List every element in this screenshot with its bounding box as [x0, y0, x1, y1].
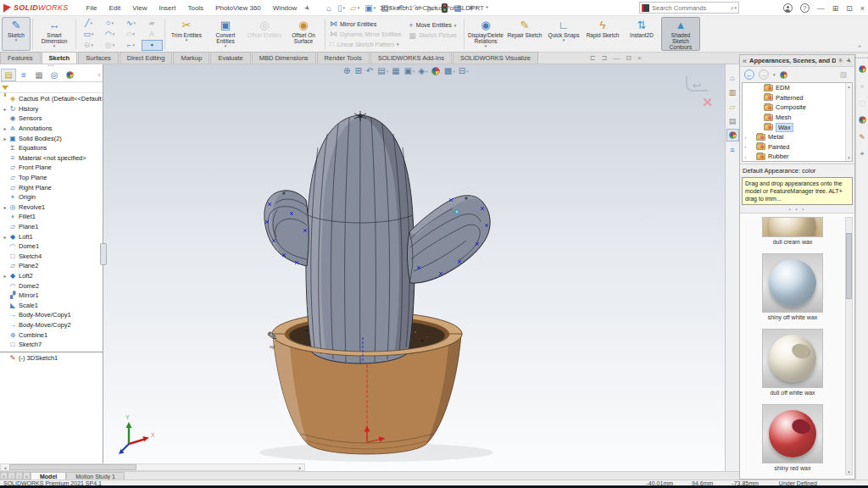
- feature-tree-item[interactable]: ◖ Fillet1: [0, 212, 103, 222]
- dynamic-mirror-item[interactable]: ⋈ Dynamic Mirror Entities: [327, 30, 406, 39]
- instant2d-button[interactable]: ⇅ Instant2D: [622, 17, 661, 51]
- rectangle-tool[interactable]: ▭ ▾: [78, 29, 99, 40]
- appearance-preview[interactable]: [762, 404, 823, 463]
- view-settings-icon[interactable]: ⊟ ▾: [459, 66, 469, 75]
- view-orientation-icon[interactable]: ▣ ▾: [404, 66, 415, 75]
- menu-item[interactable]: PhotoView 360: [209, 3, 267, 14]
- layout-icon[interactable]: ⊞: [832, 4, 839, 13]
- display-style-icon[interactable]: ◈ ▾: [419, 66, 428, 75]
- command-tab[interactable]: Render Tools: [317, 52, 370, 64]
- fillet-tool[interactable]: ⌐ ▾: [120, 40, 142, 51]
- sketch-button[interactable]: ✎ Sketch ▾: [2, 17, 31, 51]
- first-tab-icon[interactable]: «: [0, 472, 8, 480]
- feature-tree-item[interactable]: → Body-Move/Copy2: [0, 320, 103, 330]
- feature-tree-item[interactable]: ▸ ◆ Loft1: [0, 231, 103, 241]
- offset-entities-button[interactable]: ◎ Offset Entities: [245, 17, 284, 51]
- menu-item[interactable]: File: [81, 3, 103, 14]
- appearance-wheel-icon[interactable]: [780, 71, 787, 79]
- filter-icon[interactable]: [2, 86, 8, 90]
- back-icon[interactable]: ←: [744, 69, 754, 80]
- trim-entities-button[interactable]: ✂ Trim Entities ▾: [167, 17, 206, 51]
- linear-sketch-pattern-item[interactable]: ∷ Linear Sketch Pattern ▾: [327, 40, 406, 49]
- last-tab-icon[interactable]: »: [23, 472, 31, 480]
- rapid-sketch-button[interactable]: ϟ Rapid Sketch: [583, 17, 622, 51]
- command-tab[interactable]: SOLIDWORKS Visualize: [453, 52, 538, 64]
- prev-tab-icon[interactable]: ‹: [8, 472, 15, 480]
- home-icon[interactable]: ⌂: [324, 3, 335, 14]
- tab-featuremanager-tree[interactable]: ▤: [1, 69, 16, 81]
- feature-tree-item[interactable]: ▱ Top Plane: [0, 173, 103, 183]
- move-entities-item[interactable]: + Move Entities ▾: [406, 20, 462, 30]
- doc-restore-icon[interactable]: ⊡: [626, 54, 632, 62]
- tree-scrollbar[interactable]: ▴ ▾: [845, 83, 852, 161]
- appearance-category[interactable]: Mesh: [743, 113, 852, 123]
- open-icon[interactable]: ▱ ▾: [348, 3, 362, 14]
- feature-tree-item[interactable]: Σ Equations: [0, 143, 103, 153]
- feature-tree-item[interactable]: ▱ Right Plane: [0, 182, 103, 192]
- feature-tree-item[interactable]: ▞ Mirror1: [0, 291, 103, 301]
- edit-appearance-icon[interactable]: [431, 67, 441, 75]
- box-tool[interactable]: ▰: [142, 18, 163, 29]
- command-tab[interactable]: Features: [0, 52, 41, 64]
- command-tab[interactable]: SOLIDWORKS Add-Ins: [370, 52, 452, 64]
- tab-solidworks-resources[interactable]: ⌂: [726, 71, 739, 84]
- pane-options-icon[interactable]: ✳: [838, 57, 844, 64]
- pane-pin-icon[interactable]: ➤: [844, 56, 854, 65]
- feature-tree-item[interactable]: ◉ Sensors: [0, 114, 103, 124]
- decals-icon[interactable]: ▢: [856, 97, 868, 109]
- tab-file-explorer[interactable]: ▱: [726, 100, 739, 113]
- scroll-up-icon[interactable]: ▴: [848, 84, 850, 89]
- feature-tree-item[interactable]: ◣ Scale1: [0, 300, 103, 310]
- menu-item[interactable]: Edit: [103, 3, 126, 14]
- exit-sketch-icon[interactable]: ↩: [693, 80, 701, 92]
- expand-arrow-icon[interactable]: ▸: [2, 106, 8, 112]
- select-icon[interactable]: ▷ ▾: [425, 3, 439, 14]
- tab-propertymanager[interactable]: ≡: [16, 69, 31, 81]
- feature-tree-item[interactable]: ⌖ Origin: [0, 192, 103, 202]
- appearance-category[interactable]: Patterned: [743, 93, 852, 103]
- feature-tree-item[interactable]: ▸ A Annotations: [0, 124, 103, 134]
- mirror-entities-item[interactable]: ⋈ Mirror Entities: [327, 19, 406, 29]
- rail-grip[interactable]: ••••••: [855, 56, 868, 59]
- text-tool[interactable]: A: [142, 29, 163, 40]
- appearance-preview[interactable]: [762, 329, 823, 388]
- command-tab[interactable]: MBD Dimensions: [252, 52, 316, 64]
- circle-tool[interactable]: ○ ▾: [99, 18, 120, 29]
- slot-tool[interactable]: ⊖ ▾: [78, 40, 99, 51]
- redo-icon[interactable]: ↷ ▾: [409, 3, 425, 14]
- prev-document-icon[interactable]: ⊏: [590, 54, 596, 62]
- feature-tree-item[interactable]: ▸ ◆ Loft2: [0, 271, 103, 281]
- scrollbar-thumb[interactable]: [9, 464, 136, 470]
- command-tab[interactable]: Surfaces: [78, 52, 119, 64]
- feature-tree-item[interactable]: ▱ Plane1: [0, 222, 103, 232]
- conic-tool[interactable]: ◎ ▾: [99, 40, 120, 51]
- tab-appearances-scenes-decals[interactable]: [726, 129, 739, 141]
- view-selector-icon[interactable]: ▦: [392, 66, 400, 75]
- spline-tool[interactable]: ∿ ▾: [120, 18, 142, 29]
- appearance-category[interactable]: Composite: [743, 103, 852, 113]
- model-tab[interactable]: Motion Study 1: [66, 472, 125, 480]
- quick-snaps-button[interactable]: ∟ Quick Snaps ▾: [544, 17, 583, 51]
- menu-item[interactable]: View: [126, 3, 153, 14]
- next-document-icon[interactable]: ⊐: [602, 54, 608, 62]
- xpert-icon[interactable]: ▦: [451, 3, 465, 14]
- minimize-icon[interactable]: —: [817, 4, 825, 13]
- feature-tree-item[interactable]: □ Sketch7: [0, 340, 103, 350]
- thumbnail-scrollbar[interactable]: ▾: [845, 217, 853, 475]
- appearance-category[interactable]: › Metal: [743, 132, 852, 142]
- feature-tree-item[interactable]: ▸ ↻ History: [0, 104, 103, 114]
- line-tool[interactable]: ╱ ▾: [78, 18, 99, 29]
- scenes-icon[interactable]: ●: [856, 80, 868, 92]
- appearance-category[interactable]: › Rubber: [743, 152, 852, 162]
- filter-input[interactable]: [10, 84, 101, 92]
- feature-tree-item[interactable]: ▸ ◎ Revolve1: [0, 202, 103, 213]
- new-document-icon[interactable]: ▯ ▾: [335, 3, 348, 14]
- menu-item[interactable]: Window: [267, 3, 303, 14]
- fm-tabs-overflow-icon[interactable]: ›: [98, 72, 102, 78]
- feature-tree-item[interactable]: ▱ Plane2: [0, 261, 103, 271]
- pin-menu-icon[interactable]: ➤: [303, 3, 312, 12]
- feature-tree-item[interactable]: ▸ ▣ Solid Bodies(2): [0, 133, 103, 143]
- paint-icon[interactable]: ✎: [856, 130, 868, 143]
- tab-view-palette[interactable]: ▤: [726, 114, 739, 127]
- zoom-to-area-icon[interactable]: ⊞: [354, 66, 362, 75]
